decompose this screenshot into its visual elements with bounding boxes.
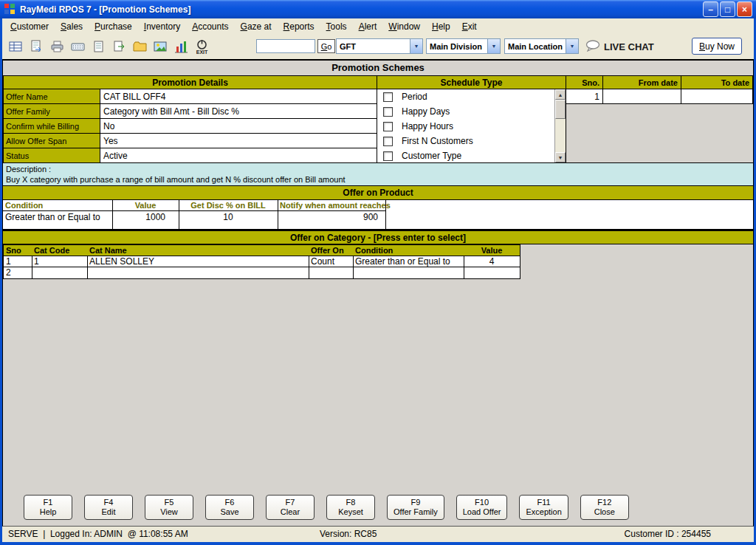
column-header: Offer On — [309, 245, 353, 256]
chevron-down-icon[interactable]: ▼ — [410, 39, 422, 53]
grid-icon[interactable] — [7, 35, 25, 58]
table-cell[interactable] — [353, 267, 464, 278]
menu-window[interactable]: Window — [382, 20, 426, 33]
print-icon[interactable] — [48, 35, 66, 58]
toolbar-search-input[interactable] — [256, 39, 315, 53]
schedule-row-customer-type[interactable]: Customer Type — [377, 148, 566, 163]
live-chat-link[interactable]: LIVE CHAT — [585, 40, 654, 54]
offer-name-label: Offer Name — [3, 89, 100, 104]
company-select[interactable]: GFT ▼ — [336, 38, 423, 54]
fkey-label: Load Offer — [463, 507, 501, 517]
schedule-scrollbar[interactable]: ▲ ▼ — [554, 89, 566, 162]
table-cell[interactable]: 1 — [32, 256, 87, 267]
offer-family-value[interactable]: Category with Bill Amt - Bill Disc % — [100, 103, 377, 119]
menu-customer[interactable]: Customer — [4, 20, 55, 33]
promotion-schemes-panel: Promotion Schemes Promotion Details Sche… — [2, 59, 754, 527]
schedule-row-period[interactable]: Period — [377, 89, 566, 104]
schedule-type-header: Schedule Type — [377, 75, 566, 89]
menu-sales[interactable]: Sales — [55, 20, 89, 33]
chevron-down-icon[interactable]: ▼ — [566, 39, 578, 53]
table-cell[interactable]: Count — [309, 256, 353, 267]
menu-inventory[interactable]: Inventory — [138, 20, 186, 33]
title-bar[interactable]: RayMedi RPOS 7 - [Promotion Schemes] – □… — [0, 0, 756, 18]
schedule-row-first-n-customers[interactable]: First N Customers — [377, 134, 566, 148]
minimize-button[interactable]: – — [703, 1, 718, 17]
allow-offer-span-value[interactable]: Yes — [100, 133, 377, 148]
image-icon[interactable] — [151, 35, 170, 58]
document-icon[interactable] — [89, 35, 108, 58]
load-offer-button[interactable]: F10 Load Offer — [456, 495, 508, 520]
checkbox-period[interactable] — [383, 92, 393, 102]
keyboard-icon[interactable] — [69, 35, 87, 58]
live-chat-label: LIVE CHAT — [604, 41, 654, 52]
folder-icon[interactable] — [131, 35, 149, 58]
table-cell[interactable] — [309, 267, 353, 278]
location-select-value: Main Location — [505, 42, 566, 51]
schedule-row-happy-hours[interactable]: Happy Hours — [377, 119, 566, 134]
save-button[interactable]: F6 Save — [205, 495, 254, 520]
exit-icon[interactable]: EXIT — [193, 35, 211, 58]
offer-family-button[interactable]: F9 Offer Family — [387, 495, 444, 520]
scroll-down-icon[interactable]: ▼ — [555, 152, 566, 162]
to-date-cell[interactable] — [681, 89, 753, 104]
menu-purchase[interactable]: Purchase — [89, 20, 138, 33]
save-icon[interactable] — [27, 35, 46, 58]
table-cell[interactable]: Greater than or Equal to — [3, 211, 112, 222]
chart-icon[interactable] — [172, 35, 190, 58]
table-cell[interactable]: 4 — [464, 256, 520, 267]
keyset-button[interactable]: F8 Keyset — [326, 495, 375, 520]
scroll-up-icon[interactable]: ▲ — [555, 89, 566, 100]
sno-cell[interactable]: 1 — [566, 89, 603, 104]
schedule-item-label: Period — [402, 92, 427, 102]
menu-tools[interactable]: Tools — [320, 20, 353, 33]
exception-button[interactable]: F11 Exception — [519, 495, 568, 520]
close-form-button[interactable]: F12 Close — [580, 495, 629, 520]
confirm-while-billing-value[interactable]: No — [100, 118, 377, 134]
table-cell[interactable] — [87, 267, 309, 278]
chevron-down-icon[interactable]: ▼ — [487, 39, 500, 53]
category-col-sno: Sno 1 2 — [4, 245, 32, 278]
maximize-button[interactable]: □ — [720, 1, 735, 17]
location-select[interactable]: Main Location ▼ — [504, 38, 579, 54]
division-select[interactable]: Main Division ▼ — [426, 38, 501, 54]
confirm-while-billing-label: Confirm while Billing — [3, 118, 100, 134]
menu-alert[interactable]: Alert — [353, 20, 383, 33]
export-icon[interactable] — [110, 35, 128, 58]
fkey-key: F1 — [44, 498, 53, 507]
view-button[interactable]: F5 View — [145, 495, 193, 520]
from-date-header: From date — [602, 75, 681, 89]
menu-reports[interactable]: Reports — [278, 20, 320, 33]
table-cell[interactable]: Greater than or Equal to — [353, 256, 464, 267]
help-button[interactable]: F1 Help — [24, 495, 72, 520]
table-cell[interactable]: 10 — [179, 211, 278, 222]
clear-button[interactable]: F7 Clear — [266, 495, 315, 520]
from-date-cell[interactable] — [602, 89, 681, 104]
checkbox-customer-type[interactable] — [383, 151, 393, 161]
column-header: Sno — [4, 245, 32, 256]
menu-gaze-at[interactable]: Gaze at — [235, 20, 278, 33]
function-key-bar: F1 Help F4 Edit F5 View F6 Save F7 Cle — [24, 495, 629, 520]
menu-accounts[interactable]: Accounts — [186, 20, 234, 33]
fkey-label: Offer Family — [394, 507, 438, 517]
checkbox-happy-days[interactable] — [383, 107, 393, 117]
table-cell[interactable] — [32, 267, 87, 278]
checkbox-happy-hours[interactable] — [383, 122, 393, 131]
scrollbar-thumb[interactable] — [555, 100, 566, 119]
table-cell[interactable]: 1000 — [112, 211, 179, 222]
go-button[interactable]: Go — [317, 39, 335, 53]
to-date-header: To date — [681, 75, 753, 89]
status-value[interactable]: Active — [100, 148, 377, 163]
menu-exit[interactable]: Exit — [456, 20, 483, 33]
table-cell[interactable]: 2 — [4, 267, 32, 278]
buy-now-button[interactable]: Buy Now — [692, 38, 742, 55]
schedule-row-happy-days[interactable]: Happy Days — [377, 104, 566, 119]
table-cell[interactable] — [464, 267, 520, 278]
edit-button[interactable]: F4 Edit — [84, 495, 133, 520]
table-cell[interactable]: ALLEN SOLLEY — [87, 256, 309, 267]
table-cell[interactable]: 1 — [4, 256, 32, 267]
offer-name-value[interactable]: CAT BILL OFF4 — [100, 89, 377, 104]
menu-help[interactable]: Help — [426, 20, 456, 33]
checkbox-first-n-customers[interactable] — [383, 137, 393, 146]
close-button[interactable]: × — [737, 1, 752, 17]
table-cell[interactable]: 900 — [278, 211, 385, 222]
